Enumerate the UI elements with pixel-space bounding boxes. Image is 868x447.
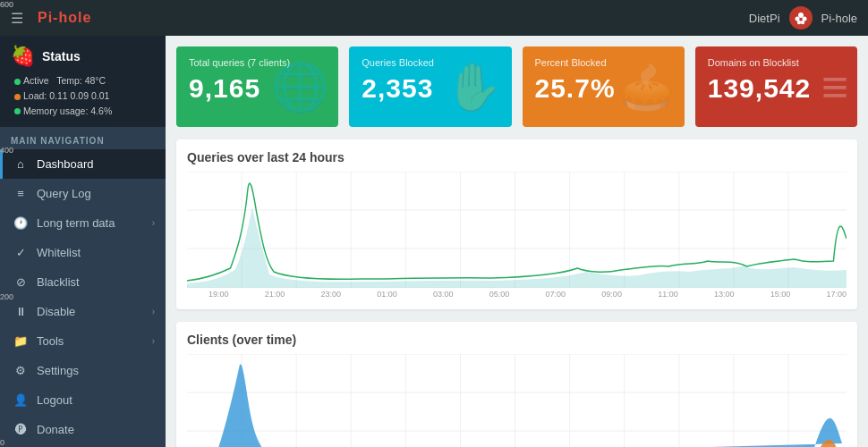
chevron-icon: › [152,336,155,346]
chart2-svg [187,354,847,447]
sidebar-label-query-log: Query Log [37,187,91,200]
topbar: ☰ Pi-hole DietPi Pi-hole [0,0,868,36]
status-panel: 🍓 Status Active Temp: 48°C Load: 0.11 0.… [0,36,166,127]
sidebar-label-settings: Settings [37,364,79,377]
sidebar-item-settings[interactable]: ⚙ Settings [0,356,166,385]
brand-prefix: Pi- [38,10,58,25]
sidebar-nav: ⌂ Dashboard ≡ Query Log 🕐 Long term data… [0,149,166,447]
sidebar-item-left: ⏸ Disable [13,305,75,318]
x-label: 19:00 [208,290,229,299]
raspberry-icon [794,11,808,25]
svg-point-1 [795,17,799,21]
stat-cards: Total queries (7 clients) 9,165 🌐 Querie… [176,46,857,127]
topbar-left: ☰ Pi-hole [11,10,91,27]
sidebar-item-left: ⌂ Dashboard [13,157,94,171]
x-label: 21:00 [265,290,285,299]
sidebar-item-left: ⚙ Settings [13,364,79,377]
status-header: 🍓 Status [11,45,155,68]
x-label: 11:00 [658,290,678,299]
sidebar-label-donate: Donate [37,423,74,436]
sidebar-label-long-term-data: Long term data [37,216,115,230]
sidebar-label-tools: Tools [37,334,64,348]
svg-point-2 [802,17,806,21]
stat-card-queries-blocked: Queries Blocked 2,353 ✋ [349,46,511,127]
x-label: 03:00 [433,290,454,299]
sidebar-item-long-term-data[interactable]: 🕐 Long term data › [0,208,166,238]
content-area: Total queries (7 clients) 9,165 🌐 Querie… [166,36,868,447]
svg-point-4 [800,21,804,24]
sidebar-label-blacklist: Blacklist [37,275,80,289]
sidebar-item-left: ✓ Whitelist [13,246,81,259]
sidebar-label-dashboard: Dashboard [37,157,94,171]
chart1-x-axis: 19:0021:0023:0001:0003:0005:0007:0009:00… [187,290,847,299]
x-label: 15:00 [770,290,791,299]
chevron-icon: › [152,307,155,316]
sidebar-item-left: 👤 Logout [13,393,72,407]
main-layout: 🍓 Status Active Temp: 48°C Load: 0.11 0.… [0,36,868,447]
stat-card-percent-blocked: Percent Blocked 25.7% 🥧 [523,46,685,127]
status-memory: Memory usage: 4.6% [14,104,155,119]
x-label: 07:00 [546,290,566,299]
sidebar: 🍓 Status Active Temp: 48°C Load: 0.11 0.… [0,36,166,447]
chart-clients-title: Clients (over time) [187,333,847,347]
status-load: Load: 0.11 0.09 0.01 [14,89,155,104]
stat-icon-percent-blocked: 🥧 [617,60,676,114]
topbar-right: DietPi Pi-hole [749,6,857,30]
x-label: 09:00 [601,290,622,299]
chart2-container [187,354,847,447]
instance-label: Pi-hole [821,12,857,25]
sidebar-item-left: ⊘ Blacklist [13,275,80,289]
chevron-icon: › [152,218,155,228]
x-label: 01:00 [377,290,397,299]
sidebar-label-logout: Logout [37,393,72,407]
chart-queries-title: Queries over last 24 hours [187,150,847,164]
chart1-container [187,172,847,288]
chart1-svg [187,172,847,288]
status-title: Status [42,49,81,63]
chart-queries: Queries over last 24 hours 6004002000 [176,139,857,309]
stat-card-domains-blocklist: Domains on Blocklist 139,542 ≡ [695,46,857,127]
avatar [789,6,813,30]
sidebar-item-whitelist[interactable]: ✓ Whitelist [0,238,166,267]
sidebar-item-left: 🅟 Donate [13,423,74,436]
sidebar-item-donate[interactable]: 🅟 Donate [0,415,166,444]
stat-icon-domains-blocklist: ≡ [821,60,848,114]
brand-logo: Pi-hole [38,10,91,26]
sidebar-item-blacklist[interactable]: ⊘ Blacklist [0,267,166,297]
sidebar-item-dashboard[interactable]: ⌂ Dashboard [0,149,166,179]
stat-icon-queries-blocked: ✋ [445,60,503,114]
sidebar-item-logout[interactable]: 👤 Logout [0,385,166,415]
x-label: 17:00 [826,290,847,299]
x-label: 13:00 [714,290,735,299]
sidebar-item-query-log[interactable]: ≡ Query Log [0,179,166,208]
sidebar-label-whitelist: Whitelist [37,246,81,259]
svg-point-3 [796,21,800,24]
x-label: 23:00 [321,290,342,299]
sidebar-item-tools[interactable]: 📁 Tools › [0,326,166,356]
stat-card-total-queries: Total queries (7 clients) 9,165 🌐 [176,46,338,127]
chart-clients: Clients (over time) 6004002000 [176,322,857,447]
sidebar-item-disable[interactable]: ⏸ Disable › [0,297,166,326]
sidebar-label-disable: Disable [37,305,75,318]
nav-section-title: MAIN NAVIGATION [0,127,166,149]
brand-suffix: hole [58,10,91,25]
sidebar-item-left: 📁 Tools [13,334,64,348]
status-active: Active Temp: 48°C [14,73,155,89]
x-label: 05:00 [489,290,510,299]
status-items: Active Temp: 48°C Load: 0.11 0.09 0.01 M… [11,73,155,118]
sidebar-item-left: 🕐 Long term data [13,216,115,230]
sidebar-item-left: ≡ Query Log [13,187,91,200]
svg-point-0 [798,13,804,18]
stat-icon-total-queries: 🌐 [271,60,329,114]
svg-line-20 [187,354,847,447]
user-label: DietPi [749,12,780,25]
